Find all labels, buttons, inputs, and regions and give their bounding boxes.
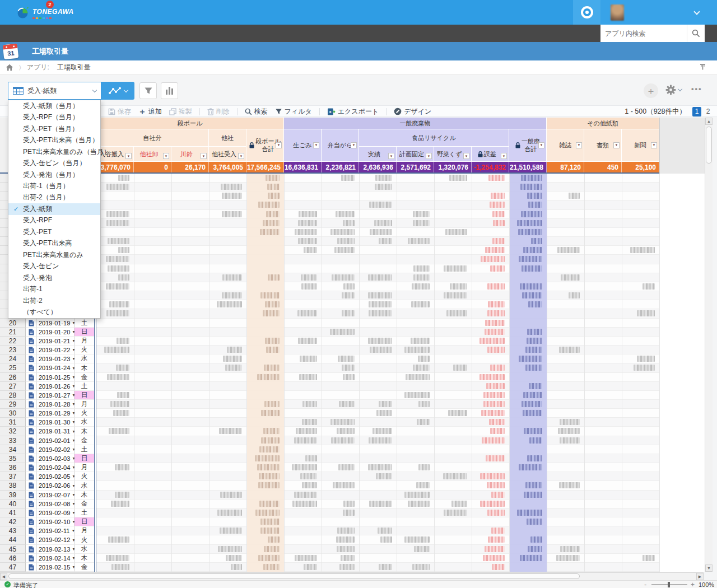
record-icon-cell[interactable] <box>26 346 37 354</box>
scroll-down-arrow[interactable]: ▼ <box>705 564 713 572</box>
record-icon-cell[interactable] <box>26 319 37 328</box>
date-cell[interactable]: 2019-02-08▼ <box>37 500 75 508</box>
view-dropdown-item[interactable]: 受入-缶ビン（当月） <box>8 157 100 169</box>
date-cell[interactable]: 2019-02-11▼ <box>37 526 75 535</box>
app-calendar-icon[interactable]: 31 <box>3 44 19 60</box>
record-icon-cell[interactable] <box>26 418 37 427</box>
column-filter-button[interactable]: ▼ <box>276 142 282 148</box>
more-options-button[interactable]: ••• <box>691 85 702 93</box>
breadcrumb-home-icon[interactable] <box>6 64 13 71</box>
record-icon-cell[interactable] <box>26 472 37 481</box>
date-cell[interactable]: 2019-02-01▼ <box>37 436 75 445</box>
record-icon-cell[interactable] <box>26 373 37 382</box>
date-cell[interactable]: 2019-02-03▼ <box>37 454 75 463</box>
date-cell[interactable]: 2019-01-20▼ <box>37 328 75 337</box>
date-cell[interactable]: 2019-01-25▼ <box>37 373 75 382</box>
column-filter-button[interactable]: ▼ <box>426 153 432 159</box>
view-dropdown-item[interactable]: 受入-PET <box>8 226 100 237</box>
column-filter-button[interactable]: ▼ <box>351 142 357 148</box>
view-dropdown-item[interactable]: 出荷-1 <box>8 284 100 295</box>
scroll-left-arrow[interactable]: ◀ <box>0 573 7 580</box>
scroll-right-arrow[interactable]: ▶ <box>696 573 704 580</box>
record-icon-cell[interactable] <box>26 382 37 391</box>
date-cell[interactable]: 2019-01-31▼ <box>37 427 75 436</box>
date-cell[interactable]: 2019-02-13▼ <box>37 545 75 554</box>
date-cell[interactable]: 2019-01-19▼ <box>37 319 75 328</box>
date-cell[interactable]: 2019-02-05▼ <box>37 472 75 481</box>
date-cell[interactable]: 2019-01-27▼ <box>37 391 75 400</box>
column-filter-button[interactable]: ▼ <box>538 142 544 148</box>
column-filter-button[interactable]: ▼ <box>501 153 507 159</box>
record-icon-cell[interactable] <box>26 508 37 517</box>
filter-button[interactable] <box>139 82 157 99</box>
pagination-page-2[interactable]: 2 <box>704 107 713 116</box>
record-icon-cell[interactable] <box>26 491 37 500</box>
pagination-page-1[interactable]: 1 <box>692 107 701 116</box>
toolbar-button-save[interactable]: 保存 <box>108 107 131 116</box>
view-selector-button[interactable]: 受入-紙類 <box>8 82 101 100</box>
date-cell[interactable]: 2019-01-22▼ <box>37 346 75 354</box>
zoom-in-button[interactable]: + <box>691 581 695 588</box>
column-filter-button[interactable]: ▼ <box>313 142 319 148</box>
app-search-button[interactable] <box>687 25 705 42</box>
view-dropdown-item[interactable]: 出荷-1（当月） <box>8 180 100 192</box>
column-filter-button[interactable]: ▼ <box>576 142 582 148</box>
toolbar-button-design[interactable]: デザイン <box>394 107 431 116</box>
view-dropdown-item[interactable]: 受入-缶ビン <box>8 261 100 272</box>
vertical-scroll-thumb[interactable] <box>706 127 712 164</box>
scroll-up-arrow[interactable]: ▲ <box>705 118 713 125</box>
vertical-scrollbar[interactable] <box>705 118 713 572</box>
column-filter-button[interactable]: ▼ <box>238 153 244 159</box>
record-icon-cell[interactable] <box>26 400 37 409</box>
date-cell[interactable]: 2019-01-21▼ <box>37 337 75 346</box>
record-icon-cell[interactable] <box>26 554 37 563</box>
record-icon-cell[interactable] <box>26 328 37 337</box>
view-dropdown-item[interactable]: 受入-PET出来高（当月） <box>8 134 100 146</box>
record-icon-cell[interactable] <box>26 454 37 463</box>
record-icon-cell[interactable] <box>26 391 37 400</box>
view-dropdown-item[interactable]: ✓受入-紙類 <box>8 203 100 214</box>
add-view-button[interactable]: ＋ <box>644 83 658 98</box>
record-icon-cell[interactable] <box>26 363 37 373</box>
date-cell[interactable]: 2019-02-15▼ <box>37 563 75 572</box>
view-dropdown-item[interactable]: 受入-発泡 <box>8 272 100 283</box>
toolbar-button-copy[interactable]: 複製 <box>169 107 192 116</box>
pin-icon[interactable] <box>700 63 706 73</box>
date-cell[interactable]: 2019-01-23▼ <box>37 354 75 363</box>
date-cell[interactable]: 2019-02-10▼ <box>37 517 75 526</box>
date-cell[interactable]: 2019-01-29▼ <box>37 409 75 418</box>
view-settings-button[interactable] <box>665 85 682 95</box>
date-cell[interactable]: 2019-02-06▼ <box>37 481 75 491</box>
view-dropdown-item[interactable]: 受入-RPF <box>8 215 100 226</box>
view-dropdown-item[interactable]: PET出来高水量のみ（当月） <box>8 146 100 157</box>
date-cell[interactable]: 2019-01-30▼ <box>37 418 75 427</box>
record-icon-cell[interactable] <box>26 436 37 445</box>
column-filter-button[interactable]: ▼ <box>201 153 207 159</box>
record-icon-cell[interactable] <box>26 535 37 545</box>
record-icon-cell[interactable] <box>26 526 37 535</box>
column-filter-button[interactable]: ▼ <box>463 153 469 159</box>
column-filter-button[interactable]: ▼ <box>613 142 620 148</box>
app-search-input[interactable] <box>600 25 687 42</box>
column-filter-button[interactable]: ▼ <box>651 142 657 148</box>
date-cell[interactable]: 2019-02-12▼ <box>37 535 75 545</box>
record-icon-cell[interactable] <box>26 481 37 491</box>
toolbar-button-plus[interactable]: ＋追加 <box>138 107 162 116</box>
zoom-slider-handle[interactable] <box>668 582 670 587</box>
view-dropdown-item[interactable]: PET出来高水量のみ <box>8 249 100 260</box>
view-dropdown-item[interactable]: 受入-紙類（当月） <box>8 100 100 111</box>
record-icon-cell[interactable] <box>26 545 37 554</box>
column-filter-button[interactable]: ▼ <box>163 153 169 159</box>
date-cell[interactable]: 2019-02-14▼ <box>37 554 75 563</box>
date-cell[interactable]: 2019-02-09▼ <box>37 508 75 517</box>
record-icon-cell[interactable] <box>26 500 37 508</box>
date-cell[interactable]: 2019-02-07▼ <box>37 491 75 500</box>
user-avatar[interactable] <box>611 4 624 21</box>
record-icon-cell[interactable] <box>26 409 37 418</box>
record-icon-cell[interactable] <box>26 563 37 572</box>
date-cell[interactable]: 2019-01-24▼ <box>37 363 75 373</box>
zoom-out-button[interactable]: - <box>644 580 646 588</box>
view-dropdown-item[interactable]: 受入-PET（当月） <box>8 123 100 134</box>
view-dropdown-item[interactable]: 出荷-2（当月） <box>8 192 100 203</box>
date-cell[interactable]: 2019-02-02▼ <box>37 445 75 454</box>
